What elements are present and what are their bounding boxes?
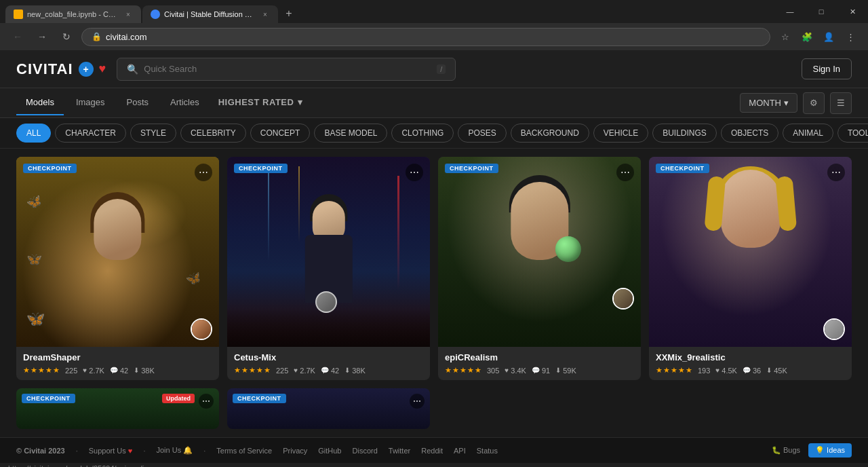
cat-animal[interactable]: ANIMAL — [783, 124, 833, 143]
footer-bugs-button[interactable]: 🐛 Bugs — [772, 446, 800, 455]
footer-github-link[interactable]: GitHub — [318, 447, 341, 455]
tab-articles[interactable]: Articles — [161, 90, 209, 115]
tab-models[interactable]: Models — [16, 90, 64, 115]
cat-celebrity[interactable]: CELEBRITY — [180, 124, 246, 143]
card-info-cetus: Cetus-Mix ★ ★ ★ ★ ★ 225 ♥ 2.7K 💬 42 — [227, 347, 430, 380]
footer-twitter-link[interactable]: Twitter — [389, 447, 410, 455]
extensions-button[interactable]: 🧩 — [797, 27, 816, 46]
sort-button[interactable]: HIGHEST RATED ▾ — [209, 92, 313, 114]
cat-background[interactable]: BACKGROUND — [511, 124, 589, 143]
cat-concept[interactable]: CONCEPT — [250, 124, 311, 143]
footer-join-link[interactable]: Join Us 🔔 — [156, 446, 193, 455]
url-bar[interactable]: 🔒 civitai.com — [81, 28, 770, 46]
card-menu-xxmix[interactable]: ⋯ — [827, 164, 845, 181]
card-stats-dreamshaper: ★ ★ ★ ★ ★ 225 ♥ 2.7K 💬 42 ⬇ 38K — [23, 366, 212, 375]
card-menu-cetus[interactable]: ⋯ — [406, 164, 423, 181]
reload-button[interactable]: ↻ — [57, 27, 76, 46]
footer-separator-3: · — [203, 447, 205, 455]
butterfly-decoration-2: 🦋 — [25, 250, 42, 267]
footer-api-link[interactable]: API — [454, 447, 466, 455]
minimize-button[interactable]: — — [774, 1, 806, 22]
cat-buildings[interactable]: BUILDINGS — [652, 124, 717, 143]
footer-ideas-button[interactable]: 💡 Ideas — [808, 443, 852, 457]
address-bar: ← → ↻ 🔒 civitai.com ☆ 🧩 👤 ⋮ — [0, 23, 868, 50]
logo-text[interactable]: CIVITAI — [16, 60, 73, 78]
tab-posts[interactable]: Posts — [117, 90, 159, 115]
card-partial-menu-1[interactable]: ⋯ — [199, 394, 214, 409]
close-button[interactable]: ✕ — [837, 1, 868, 22]
footer-logo: © Civitai 2023 — [16, 447, 65, 455]
card-partial-1[interactable]: CHECKPOINT ⋯ Updated — [16, 388, 219, 429]
tab-images[interactable]: Images — [66, 90, 115, 115]
civitai-favicon — [151, 10, 160, 19]
card-dreamshaper[interactable]: 🦋 🦋 🦋 🦋 CHECKPOINT ⋯ DreamShaper ★ — [16, 157, 219, 380]
cat-poses[interactable]: POSES — [458, 124, 506, 143]
search-bar[interactable]: 🔍 / — [117, 58, 456, 81]
period-selector[interactable]: MONTH ▾ — [740, 93, 797, 113]
footer-right: 🐛 Bugs 💡 Ideas — [772, 443, 852, 457]
card-stars-cetus: ★ ★ ★ ★ ★ — [234, 366, 271, 375]
grid-layout-button[interactable]: ☰ — [830, 92, 852, 114]
card-xxmix[interactable]: CHECKPOINT ⋯ XXMix_9realistic ★ ★ ★ ★ ★ … — [649, 157, 852, 380]
heart-icon-cetus: ♥ — [294, 367, 298, 374]
footer-tos-link[interactable]: Terms of Service — [216, 447, 272, 455]
maximize-button[interactable]: □ — [806, 1, 837, 22]
card-partial-badge-1: CHECKPOINT — [22, 394, 75, 403]
cat-style[interactable]: STYLE — [130, 124, 176, 143]
card-avatar-dreamshaper — [191, 318, 212, 340]
tab-colab[interactable]: new_colab_file.ipynb - Collabora... × — [5, 5, 141, 23]
cat-clothing[interactable]: CLOTHING — [391, 124, 454, 143]
bookmark-button[interactable]: ☆ — [776, 27, 795, 46]
logo-area: CIVITAI + ♥ — [16, 60, 106, 78]
menu-button[interactable]: ⋮ — [841, 27, 860, 46]
card-menu-epic[interactable]: ⋯ — [616, 164, 634, 181]
tab-civitai[interactable]: Civitai | Stable Diffusion models... × — [142, 5, 278, 23]
filter-button[interactable]: ⚙ — [803, 92, 825, 114]
cat-character[interactable]: CHARACTER — [55, 124, 126, 143]
site-header: CIVITAI + ♥ 🔍 / Sign In — [0, 50, 868, 88]
sign-in-button[interactable]: Sign In — [802, 58, 852, 79]
footer-support-link[interactable]: Support Us ♥ — [89, 447, 133, 455]
period-chevron-icon: ▾ — [784, 98, 789, 108]
card-partial-bg-1: CHECKPOINT ⋯ Updated — [16, 388, 219, 429]
footer-status-link[interactable]: Status — [477, 447, 498, 455]
logo-plus-button[interactable]: + — [79, 62, 94, 77]
footer-separator-2: · — [143, 447, 145, 455]
card-partial-menu-2[interactable]: ⋯ — [410, 394, 425, 409]
card-stats-xxmix: ★ ★ ★ ★ ★ 193 ♥ 4.5K 💬 36 ⬇ 45K — [656, 366, 845, 375]
card-stats-epic: ★ ★ ★ ★ ★ 305 ♥ 3.4K 💬 91 ⬇ 59K — [445, 366, 634, 375]
sub-header: Models Images Posts Articles HIGHEST RAT… — [0, 88, 868, 118]
downloads-stat-cetus: ⬇ 38K — [344, 367, 366, 375]
forward-button[interactable]: → — [33, 27, 52, 46]
card-stars-xxmix: ★ ★ ★ ★ ★ — [656, 366, 692, 375]
tab-bar: new_colab_file.ipynb - Collabora... × Ci… — [0, 0, 774, 23]
bottom-cards-grid: CHECKPOINT ⋯ Updated CHECKPOINT ⋯ — [0, 388, 868, 437]
profile-button[interactable]: 👤 — [819, 27, 838, 46]
card-stars-epic: ★ ★ ★ ★ ★ — [445, 366, 481, 375]
new-tab-button[interactable]: + — [279, 4, 298, 23]
cat-tool[interactable]: TOOL — [837, 124, 868, 143]
comment-icon-xxmix: 💬 — [743, 367, 751, 374]
comments-cetus: 42 — [331, 367, 339, 375]
back-button[interactable]: ← — [8, 27, 27, 46]
card-stats-cetus: ★ ★ ★ ★ ★ 225 ♥ 2.7K 💬 42 ⬇ 38K — [234, 366, 423, 375]
footer-discord-link[interactable]: Discord — [353, 447, 378, 455]
tab-civitai-close[interactable]: × — [260, 10, 270, 19]
download-icon-xxmix: ⬇ — [766, 367, 772, 374]
footer-privacy-link[interactable]: Privacy — [283, 447, 307, 455]
card-badge-cetus: CHECKPOINT — [234, 164, 288, 173]
tab-colab-close[interactable]: × — [123, 10, 133, 19]
heart-icon-epic: ♥ — [505, 367, 509, 374]
cat-vehicle[interactable]: VEHICLE — [593, 124, 648, 143]
card-epicrealism[interactable]: CHECKPOINT ⋯ epiCRealism ★ ★ ★ ★ ★ 305 ♥… — [438, 157, 641, 380]
footer-reddit-link[interactable]: Reddit — [421, 447, 443, 455]
logo-heart-icon[interactable]: ♥ — [99, 62, 106, 76]
card-cetus-mix[interactable]: CHECKPOINT ⋯ Cetus-Mix ★ ★ ★ ★ ★ 225 ♥ 2… — [227, 157, 430, 380]
search-input[interactable] — [144, 64, 431, 74]
cat-objects[interactable]: OBJECTS — [721, 124, 778, 143]
card-partial-2[interactable]: CHECKPOINT ⋯ — [227, 388, 430, 429]
cat-all[interactable]: ALL — [16, 124, 51, 143]
cat-base-model[interactable]: BASE MODEL — [314, 124, 387, 143]
card-menu-button[interactable]: ⋯ — [195, 164, 212, 181]
footer: © Civitai 2023 · Support Us ♥ · Join Us … — [0, 437, 868, 463]
